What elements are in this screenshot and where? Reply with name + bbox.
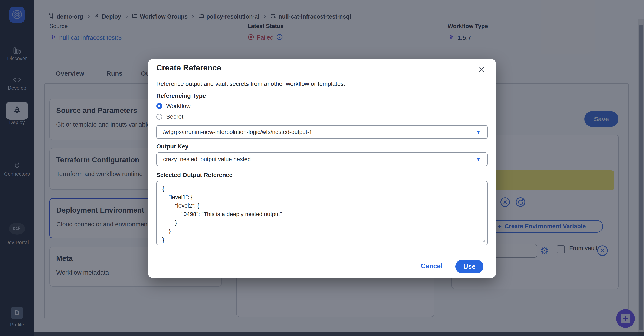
modal-footer-divider [148,256,496,256]
radio-selected-icon [156,103,162,109]
app-root: Discover Develop Deploy [0,0,644,336]
selected-output-reference-label: Selected Output Reference [156,172,232,178]
create-reference-modal: Create Reference Reference output and va… [148,59,496,278]
dropdown-caret-icon: ▼ [476,129,481,135]
radio-option-secret[interactable]: Secret [156,113,183,120]
modal-description: Reference output and vault secrets from … [156,80,345,87]
radio-unselected-icon [156,114,162,120]
resize-handle-icon[interactable] [482,239,485,244]
workflow-select[interactable]: /wfgrps/arunim-new-interpolation-logic/w… [156,125,488,139]
output-key-select[interactable]: crazy_nested_output.value.nested ▼ [156,152,488,166]
dropdown-caret-icon: ▼ [476,156,481,162]
output-key-label: Output Key [156,143,188,150]
close-icon[interactable] [476,64,487,74]
modal-title: Create Reference [156,64,221,72]
radio-option-workflow[interactable]: Workflow [156,103,190,110]
referencing-type-label: Referencing Type [156,92,206,99]
selected-output-reference-textarea[interactable]: { "level1": { "level2": { "0498": "This … [156,181,488,245]
use-button[interactable]: Use [455,260,484,274]
cancel-button[interactable]: Cancel [421,262,442,270]
